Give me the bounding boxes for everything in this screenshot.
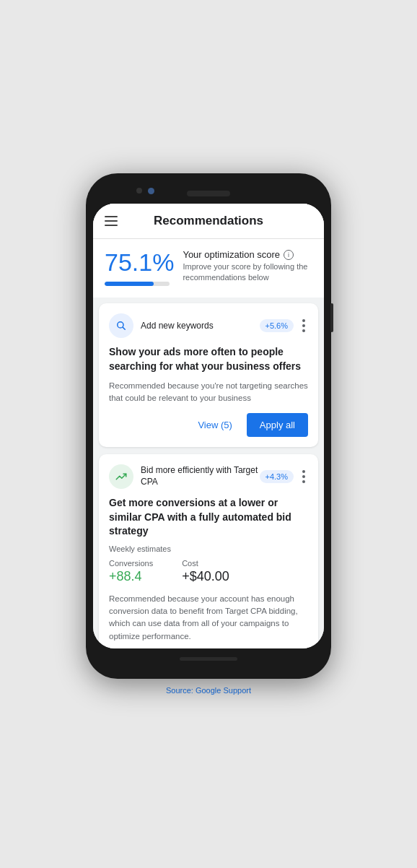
- notch-bar: [93, 183, 324, 204]
- hamburger-menu-button[interactable]: [105, 216, 118, 226]
- card-keywords: Add new keywords +5.6% Show your ads mor…: [99, 303, 318, 447]
- card-keywords-description: Recommended because you're not targeting…: [109, 380, 308, 405]
- card-keywords-badge: +5.6%: [260, 319, 294, 332]
- card-keywords-apply-button[interactable]: Apply all: [247, 413, 308, 437]
- card-cpa-headline: Get more conversions at a lower or simil…: [109, 496, 308, 539]
- phone-screen: Recommendations 75.1% Your optimization …: [93, 204, 324, 648]
- card-keywords-label: Add new keywords: [141, 321, 214, 332]
- camera-dot-1: [136, 188, 142, 194]
- search-icon-circle: [109, 313, 133, 338]
- svg-line-1: [123, 327, 125, 329]
- estimate-cost: Cost +$40.00: [182, 559, 229, 584]
- source-text: Source: Google Support: [166, 686, 251, 695]
- card-cpa-description: Recommended because your account has eno…: [109, 593, 308, 643]
- estimate-conversions: Conversions +88.4: [109, 559, 153, 584]
- card-keywords-header: Add new keywords +5.6%: [109, 313, 308, 338]
- estimate-cost-value: +$40.00: [182, 569, 229, 584]
- card-cpa-more-button[interactable]: [299, 469, 308, 485]
- phone-frame: Recommendations 75.1% Your optimization …: [86, 173, 331, 679]
- estimates-row: Conversions +88.4 Cost +$40.00: [109, 559, 308, 584]
- estimate-cost-title: Cost: [182, 559, 229, 568]
- card-keywords-headline: Show your ads more often to people searc…: [109, 345, 308, 373]
- score-title: Your optimization score i: [183, 249, 312, 260]
- card-cpa-badge: +4.3%: [260, 470, 294, 483]
- bottom-pill: [180, 657, 237, 661]
- info-icon[interactable]: i: [284, 250, 294, 260]
- weekly-label: Weekly estimates: [109, 544, 308, 553]
- estimate-conversions-title: Conversions: [109, 559, 153, 568]
- page-title: Recommendations: [129, 214, 288, 228]
- card-keywords-more-button[interactable]: [299, 318, 308, 334]
- card-cpa: Bid more efficiently with Target CPA +4.…: [99, 454, 318, 648]
- card-cpa-header: Bid more efficiently with Target CPA +4.…: [109, 464, 308, 489]
- score-value: 75.1%: [105, 249, 174, 276]
- camera-dot-selfie: [148, 188, 154, 194]
- screen-content: Recommendations 75.1% Your optimization …: [93, 204, 324, 648]
- card-keywords-actions: View (5) Apply all: [109, 413, 308, 437]
- notch-pill: [187, 191, 230, 196]
- progress-bar-fill: [105, 282, 154, 286]
- card-cpa-label: Bid more efficiently with Target CPA: [141, 465, 260, 487]
- estimate-conversions-value: +88.4: [109, 569, 153, 584]
- camera-dots: [136, 188, 154, 194]
- app-bar: Recommendations: [93, 204, 324, 239]
- bottom-bar: [93, 648, 324, 669]
- score-subtitle: Improve your score by following the reco…: [183, 261, 312, 284]
- progress-bar: [105, 282, 170, 286]
- side-button: [330, 303, 333, 332]
- score-section: 75.1% Your optimization score i Improve …: [93, 239, 324, 298]
- card-keywords-view-button[interactable]: View (5): [190, 414, 239, 436]
- trend-icon-circle: [109, 464, 133, 489]
